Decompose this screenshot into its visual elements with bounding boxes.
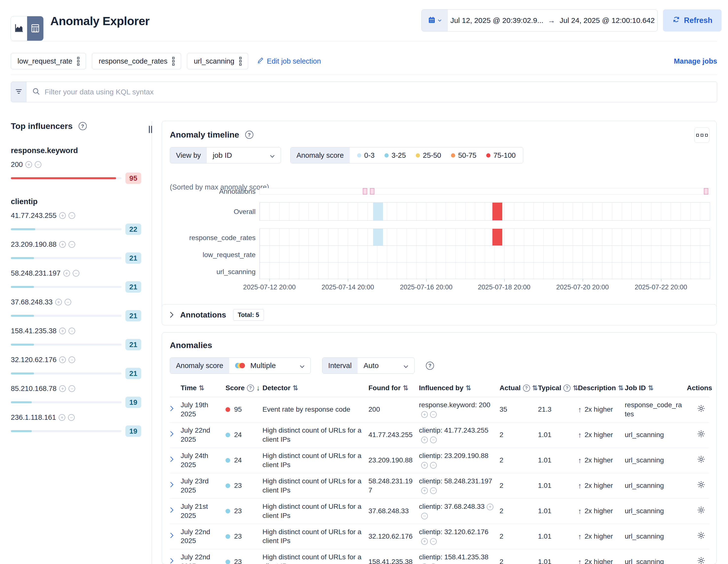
- add-filter-icon[interactable]: +: [59, 414, 65, 421]
- gear-icon[interactable]: [697, 432, 706, 440]
- influencer-score-badge: 22: [125, 224, 141, 235]
- manage-jobs-link[interactable]: Manage jobs: [674, 57, 717, 65]
- gear-icon[interactable]: [697, 534, 706, 541]
- panel-resizer-handle[interactable]: [149, 126, 152, 133]
- add-filter-icon[interactable]: +: [59, 212, 66, 219]
- date-picker-menu[interactable]: [422, 10, 448, 31]
- remove-filter-icon[interactable]: −: [68, 414, 75, 421]
- remove-filter-icon[interactable]: −: [69, 356, 75, 363]
- add-filter-icon[interactable]: +: [487, 504, 493, 510]
- remove-filter-icon[interactable]: −: [430, 437, 437, 443]
- gear-icon[interactable]: [697, 559, 706, 564]
- remove-filter-icon[interactable]: −: [430, 411, 437, 418]
- remove-filter-icon[interactable]: −: [69, 212, 75, 219]
- remove-filter-icon[interactable]: −: [73, 270, 79, 277]
- anomaly-timeline-cell[interactable]: [373, 229, 383, 246]
- interval-select[interactable]: Interval Auto: [322, 357, 415, 374]
- expand-row-icon[interactable]: [170, 405, 174, 412]
- job-chip-response-code-rates[interactable]: response_code_rates: [92, 53, 181, 69]
- add-filter-icon[interactable]: +: [421, 411, 428, 418]
- expand-row-icon[interactable]: [170, 456, 174, 462]
- remove-filter-icon[interactable]: −: [69, 241, 75, 248]
- swimlane-overall[interactable]: [260, 202, 710, 221]
- add-filter-icon[interactable]: +: [55, 299, 62, 305]
- annotation-marker[interactable]: [370, 188, 374, 194]
- expand-row-icon[interactable]: [170, 532, 174, 539]
- sort-icon[interactable]: ⇅: [293, 384, 298, 392]
- add-filter-icon[interactable]: +: [25, 161, 32, 168]
- swimlane-url-scanning[interactable]: [260, 262, 710, 279]
- job-chip-label: url_scanning: [194, 57, 234, 65]
- remove-filter-icon[interactable]: −: [35, 161, 41, 168]
- help-icon[interactable]: ?: [563, 385, 571, 392]
- date-range-picker[interactable]: Jul 12, 2025 @ 20:39:02.9... → Jul 24, 2…: [421, 9, 658, 32]
- sort-icon[interactable]: ⇅: [573, 384, 578, 392]
- swimlane-response-code-rates[interactable]: [260, 229, 710, 246]
- influencer-score-badge: 19: [125, 397, 141, 408]
- help-icon[interactable]: ?: [247, 385, 254, 392]
- description-cell: ↑2x higher: [578, 473, 625, 498]
- remove-filter-icon[interactable]: −: [430, 462, 437, 469]
- view-by-select[interactable]: View by job ID: [170, 147, 281, 163]
- view-toggle-group[interactable]: [11, 16, 43, 41]
- chart-view-button[interactable]: [11, 16, 27, 41]
- add-filter-icon[interactable]: +: [59, 241, 66, 248]
- kql-search-input[interactable]: [45, 88, 711, 96]
- job-chip-url-scanning[interactable]: url_scanning: [187, 53, 248, 69]
- help-icon[interactable]: ?: [523, 385, 530, 392]
- sort-desc-icon[interactable]: ↓: [256, 384, 260, 392]
- sort-icon[interactable]: ⇅: [618, 384, 624, 392]
- filter-options-button[interactable]: [11, 82, 26, 102]
- gear-icon[interactable]: [697, 508, 706, 516]
- edit-job-selection-link[interactable]: Edit job selection: [257, 57, 321, 66]
- table-view-button[interactable]: [27, 16, 43, 41]
- remove-filter-icon[interactable]: −: [421, 513, 428, 519]
- annotation-marker[interactable]: [363, 188, 367, 194]
- help-icon[interactable]: ?: [426, 362, 434, 370]
- anomaly-timeline-cell[interactable]: [492, 203, 502, 220]
- sort-icon[interactable]: ⇅: [403, 384, 409, 392]
- anomaly-timeline-cell[interactable]: [492, 229, 502, 246]
- gear-icon[interactable]: [697, 483, 706, 491]
- swimlane-low-request-rate[interactable]: [260, 246, 710, 262]
- remove-filter-icon[interactable]: −: [69, 328, 75, 334]
- sort-icon[interactable]: ⇅: [648, 384, 654, 392]
- add-filter-icon[interactable]: +: [59, 356, 66, 363]
- help-icon[interactable]: ?: [245, 131, 253, 139]
- expand-row-icon[interactable]: [170, 558, 174, 564]
- col-actions: Actions: [687, 384, 712, 392]
- panel-options-button[interactable]: [694, 127, 710, 143]
- refresh-button[interactable]: Refresh: [663, 9, 722, 32]
- add-filter-icon[interactable]: +: [421, 437, 428, 443]
- add-filter-icon[interactable]: +: [59, 385, 66, 392]
- add-filter-icon[interactable]: +: [421, 462, 428, 469]
- anomaly-score-select[interactable]: Anomaly score Multiple: [170, 357, 311, 374]
- date-range-start[interactable]: Jul 12, 2025 @ 20:39:02.9...: [450, 16, 543, 25]
- sort-icon[interactable]: ⇅: [466, 384, 471, 392]
- remove-filter-icon[interactable]: −: [69, 385, 75, 392]
- expand-row-icon[interactable]: [170, 507, 174, 513]
- annotations-lane[interactable]: [260, 188, 710, 194]
- expand-row-icon[interactable]: [170, 431, 174, 437]
- add-filter-icon[interactable]: +: [59, 328, 66, 334]
- detector-cell: High distinct count of URLs for a client…: [262, 422, 368, 448]
- annotations-panel[interactable]: Annotations Total: 5: [162, 304, 717, 325]
- remove-filter-icon[interactable]: −: [430, 487, 437, 494]
- chevron-right-icon[interactable]: [169, 311, 174, 318]
- help-icon[interactable]: ?: [79, 122, 87, 130]
- job-chip-low-request-rate[interactable]: low_request_rate: [11, 53, 86, 69]
- annotation-marker[interactable]: [704, 188, 708, 194]
- date-range-end[interactable]: Jul 24, 2025 @ 12:00:10.642: [560, 16, 655, 25]
- sort-icon[interactable]: ⇅: [532, 384, 538, 392]
- expand-row-icon[interactable]: [170, 481, 174, 488]
- remove-filter-icon[interactable]: −: [65, 299, 71, 305]
- gear-icon[interactable]: [697, 458, 706, 465]
- gear-icon[interactable]: [697, 407, 706, 414]
- anomaly-timeline-cell[interactable]: [373, 203, 383, 220]
- add-filter-icon[interactable]: +: [421, 487, 428, 494]
- sort-icon[interactable]: ⇅: [199, 384, 205, 392]
- add-filter-icon[interactable]: +: [421, 538, 428, 545]
- anomaly-timeline-panel: Anomaly timeline ? View by job ID Anomal…: [162, 121, 717, 310]
- add-filter-icon[interactable]: +: [63, 270, 70, 277]
- remove-filter-icon[interactable]: −: [430, 538, 437, 545]
